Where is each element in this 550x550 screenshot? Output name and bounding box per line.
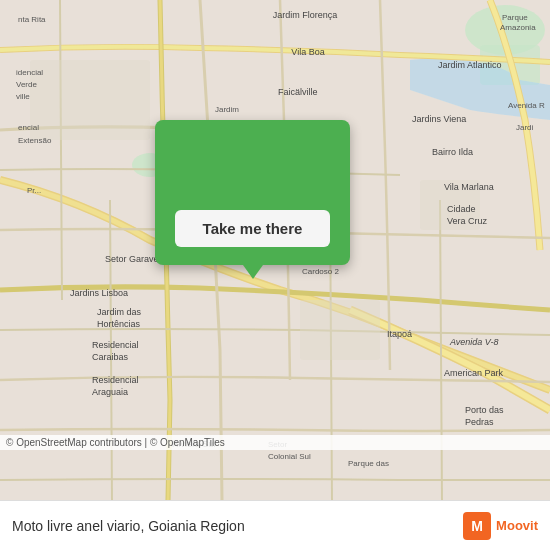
svg-text:Vila Boa: Vila Boa	[291, 47, 324, 57]
map-view: Jardim Florença Parque Amazonia Vila Boa…	[0, 0, 550, 500]
svg-text:Jardim Atlantico: Jardim Atlantico	[438, 60, 502, 70]
svg-text:Extensão: Extensão	[18, 136, 52, 145]
svg-text:Hortências: Hortências	[97, 319, 141, 329]
svg-text:Porto das: Porto das	[465, 405, 504, 415]
svg-text:Parque: Parque	[502, 13, 528, 22]
svg-text:Pr...: Pr...	[27, 186, 41, 195]
svg-text:Pedras: Pedras	[465, 417, 494, 427]
moovit-text: Moovit	[496, 518, 538, 533]
svg-text:American Park: American Park	[444, 368, 504, 378]
take-me-card: Take me there	[155, 120, 350, 265]
footer-bar: Moto livre anel viario, Goiania Region M…	[0, 500, 550, 550]
svg-text:Vila Marlana: Vila Marlana	[444, 182, 494, 192]
svg-text:Jardi: Jardi	[516, 123, 534, 132]
svg-text:Jardins Lisboa: Jardins Lisboa	[70, 288, 128, 298]
svg-text:Residencial: Residencial	[92, 340, 139, 350]
svg-text:Avenida V-8: Avenida V-8	[449, 337, 499, 347]
svg-text:idencial: idencial	[16, 68, 43, 77]
map-attribution: © OpenStreetMap contributors | © OpenMap…	[0, 435, 550, 450]
svg-text:nta Rita: nta Rita	[18, 15, 46, 24]
svg-text:Faicälville: Faicälville	[278, 87, 318, 97]
svg-text:Cidade: Cidade	[447, 204, 476, 214]
svg-text:Caraibas: Caraibas	[92, 352, 129, 362]
svg-text:encial: encial	[18, 123, 39, 132]
svg-text:Itapoá: Itapoá	[387, 329, 412, 339]
svg-text:Amazonia: Amazonia	[500, 23, 536, 32]
svg-text:Cardoso 2: Cardoso 2	[302, 267, 339, 276]
svg-text:Jardins Viena: Jardins Viena	[412, 114, 466, 124]
take-me-button[interactable]: Take me there	[175, 210, 331, 247]
svg-text:ville: ville	[16, 92, 30, 101]
footer-title: Moto livre anel viario, Goiania Region	[12, 518, 245, 534]
svg-text:Jardim: Jardim	[215, 105, 239, 114]
svg-text:Vera Cruz: Vera Cruz	[447, 216, 488, 226]
svg-text:Avenida R: Avenida R	[508, 101, 545, 110]
moovit-icon: M	[463, 512, 491, 540]
svg-text:Residencial: Residencial	[92, 375, 139, 385]
svg-rect-5	[300, 300, 380, 360]
moovit-logo: M Moovit	[463, 512, 538, 540]
svg-text:Araguaia: Araguaia	[92, 387, 128, 397]
svg-text:Jardim Florença: Jardim Florença	[273, 10, 338, 20]
svg-text:Jardim das: Jardim das	[97, 307, 142, 317]
svg-text:Bairro Ilda: Bairro Ilda	[432, 147, 473, 157]
svg-text:Parque das: Parque das	[348, 459, 389, 468]
svg-rect-4	[30, 60, 150, 140]
svg-text:Verde: Verde	[16, 80, 37, 89]
svg-text:Colonial Sul: Colonial Sul	[268, 452, 311, 461]
